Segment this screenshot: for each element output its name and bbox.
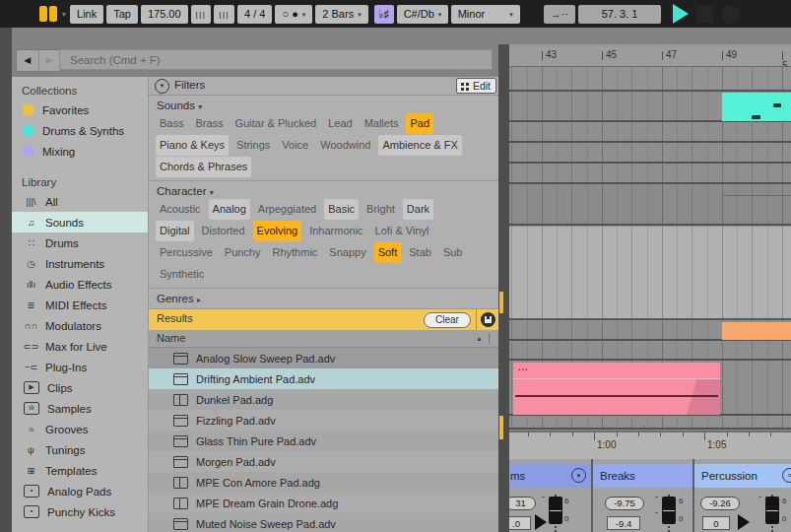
- nudge-up-button[interactable]: |||: [214, 5, 234, 24]
- tag-punchy[interactable]: Punchy: [221, 242, 265, 263]
- sidebar-item-samples[interactable]: ılıSamples: [12, 398, 148, 419]
- track-title-breaks[interactable]: Breaks: [593, 464, 693, 488]
- results-column-header[interactable]: Name ▲: [149, 330, 498, 348]
- tag-mallets[interactable]: Mallets: [361, 113, 403, 134]
- time-signature-field[interactable]: 4 / 4: [237, 5, 272, 24]
- tag-strings[interactable]: Strings: [232, 135, 274, 156]
- tag-dark[interactable]: Dark: [403, 199, 433, 220]
- sidebar-item-templates[interactable]: ⊞Templates: [12, 460, 148, 481]
- sidebar-item-grooves[interactable]: ≈Grooves: [12, 419, 148, 439]
- tag-snappy[interactable]: Snappy: [325, 242, 369, 263]
- track-fold-icon[interactable]: ▾: [571, 468, 586, 483]
- tag-synthetic[interactable]: Synthetic: [156, 264, 208, 285]
- root-note-menu[interactable]: C#/Db▾: [397, 5, 448, 24]
- collection-item-mixing[interactable]: Mixing: [12, 141, 148, 162]
- tag-analog[interactable]: Analog: [209, 199, 250, 220]
- search-input[interactable]: Search (Cmd + F): [59, 49, 493, 70]
- pan-value[interactable]: -9.75: [605, 497, 644, 510]
- link-button[interactable]: Link: [70, 5, 103, 24]
- tag-bright[interactable]: Bright: [363, 199, 399, 220]
- volume-fader[interactable]: [662, 495, 676, 532]
- result-row-analog-slow-sweep-pad-adv[interactable]: Analog Slow Sweep Pad.adv: [149, 348, 498, 368]
- quantize-menu[interactable]: 2 Bars▾: [315, 5, 367, 24]
- tag-pad[interactable]: Pad: [406, 113, 433, 134]
- track-lane[interactable]: [509, 185, 791, 226]
- tag-piano-keys[interactable]: Piano & Keys: [156, 135, 229, 156]
- tag-acoustic[interactable]: Acoustic: [156, 199, 205, 220]
- pan-value[interactable]: 31: [509, 497, 536, 510]
- tag-sub[interactable]: Sub: [439, 242, 467, 263]
- tag-lofi-vinyl[interactable]: Lofi & Vinyl: [371, 221, 433, 241]
- stop-button[interactable]: [696, 6, 713, 23]
- track-play-icon[interactable]: [535, 514, 547, 530]
- play-button[interactable]: [673, 4, 689, 24]
- sidebar-item-drums[interactable]: ∷Drums: [12, 233, 148, 253]
- tag-voice[interactable]: Voice: [278, 135, 312, 156]
- follow-button[interactable]: →··: [544, 5, 575, 24]
- sidebar-item-all[interactable]: |||\All: [12, 191, 148, 212]
- track-lane[interactable]: [509, 342, 791, 361]
- result-row-morgen-pad-adv[interactable]: Morgen Pad.adv: [149, 451, 498, 472]
- volume-value[interactable]: .0: [509, 516, 531, 530]
- audio-clip-pink[interactable]: ...: [513, 363, 720, 415]
- track-play-icon[interactable]: [738, 514, 750, 530]
- filters-collapse-icon[interactable]: ▼: [155, 79, 169, 94]
- clip-title-bar[interactable]: ...: [513, 363, 720, 379]
- track-lane[interactable]: [509, 123, 791, 143]
- scale-name-menu[interactable]: Minor▾: [451, 5, 520, 24]
- track-title-ms[interactable]: ms▾: [509, 464, 592, 488]
- tag-ambience-fx[interactable]: Ambience & FX: [378, 135, 461, 156]
- tag-brass[interactable]: Brass: [191, 113, 227, 134]
- tag-chords-phrases[interactable]: Chords & Phrases: [156, 157, 251, 177]
- sidebar-item-sounds[interactable]: ♫Sounds: [12, 212, 148, 233]
- pan-value[interactable]: -9.26: [700, 497, 740, 510]
- edit-filters-button[interactable]: Edit: [456, 78, 496, 94]
- track-lane[interactable]: [509, 417, 791, 430]
- tag-guitar-plucked[interactable]: Guitar & Plucked: [231, 113, 321, 134]
- result-row-mpe-con-amore-pad-adg[interactable]: MPE Con Amore Pad.adg: [149, 472, 498, 493]
- sidebar-item-tunings[interactable]: ψTunings: [12, 439, 148, 460]
- nudge-down-button[interactable]: |||: [191, 5, 212, 24]
- tag-rhythmic[interactable]: Rhythmic: [269, 242, 322, 263]
- minute-time-ruler[interactable]: 1:001:05: [509, 431, 791, 459]
- sidebar-item-clips[interactable]: ▶Clips: [12, 377, 148, 398]
- sidebar-item-midi-effects[interactable]: ≣MIDI Effects: [12, 295, 148, 315]
- record-button[interactable]: [721, 5, 740, 24]
- volume-value[interactable]: 0: [702, 516, 730, 530]
- tag-distorted[interactable]: Distorted: [198, 221, 249, 241]
- audio-clip-orange[interactable]: [722, 322, 791, 340]
- tag-arpeggiated[interactable]: Arpeggiated: [254, 199, 320, 220]
- collection-item-favorites[interactable]: Favorites: [12, 100, 148, 120]
- save-icon[interactable]: [481, 312, 495, 327]
- forward-arrow-icon[interactable]: ▶: [39, 50, 61, 71]
- metronome-button[interactable]: ○ ●▾: [275, 5, 312, 24]
- sidebar-item-punchy-kicks[interactable]: •Punchy Kicks: [12, 501, 148, 522]
- filter-group-character-header[interactable]: Character ▾: [149, 181, 498, 198]
- track-menu-icon[interactable]: ≡: [782, 468, 791, 483]
- filter-group-sounds-header[interactable]: Sounds ▾: [149, 96, 498, 112]
- volume-fader[interactable]: [549, 495, 562, 532]
- sort-ascending-icon[interactable]: ▲: [476, 330, 483, 347]
- fader-handle[interactable]: [662, 497, 676, 524]
- arrangement-view[interactable]: 434547495 1:001:05 ... ms▾31.060-Breaks-…: [509, 44, 791, 532]
- tag-evolving[interactable]: Evolving: [253, 221, 302, 241]
- tag-basic[interactable]: Basic: [324, 199, 359, 220]
- tempo-field[interactable]: 175.00: [141, 5, 188, 24]
- result-row-muted-noise-sweep-pad-adv[interactable]: Muted Noise Sweep Pad.adv: [149, 513, 498, 532]
- arrangement-position-field[interactable]: 57. 3. 1: [578, 5, 661, 24]
- sidebar-item-analog-pads[interactable]: •Analog Pads: [12, 481, 148, 501]
- scale-mode-button[interactable]: ♭♯: [374, 5, 394, 24]
- sidebar-item-instruments[interactable]: ◷Instruments: [12, 253, 148, 274]
- logo-caret-icon[interactable]: ▾: [62, 10, 66, 19]
- volume-value[interactable]: -9.4: [607, 516, 640, 530]
- back-arrow-icon[interactable]: ◀: [17, 50, 39, 71]
- tag-inharmonic[interactable]: Inharmonic: [305, 221, 366, 241]
- tag-bass[interactable]: Bass: [156, 113, 187, 134]
- tag-soft[interactable]: Soft: [374, 242, 402, 263]
- sidebar-item-modulators[interactable]: ∩∩Modulators: [12, 315, 148, 336]
- tag-percussive[interactable]: Percussive: [156, 242, 217, 263]
- result-row-fizzling-pad-adv[interactable]: Fizzling Pad.adv: [149, 410, 498, 431]
- track-title-percussion[interactable]: Percussion≡: [694, 464, 791, 488]
- fader-handle[interactable]: [549, 497, 562, 524]
- result-row-drifting-ambient-pad-adv[interactable]: Drifting Ambient Pad.adv: [149, 368, 498, 389]
